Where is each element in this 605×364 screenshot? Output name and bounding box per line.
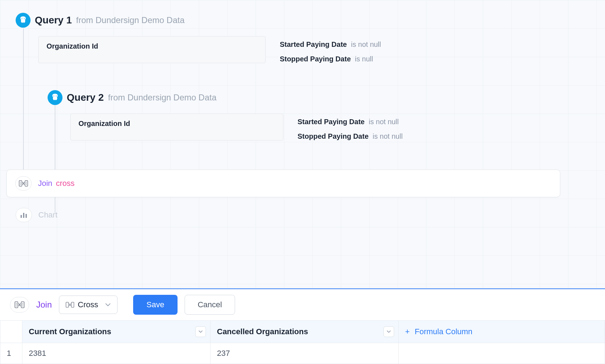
cell-cancelled-orgs: 237: [211, 343, 399, 364]
result-table: Current Organizations Cancelled Organiza…: [0, 320, 605, 364]
chart-step[interactable]: Chart: [16, 208, 58, 222]
svg-rect-24: [71, 302, 74, 307]
svg-rect-13: [23, 213, 24, 218]
toolbar-join-label: Join: [36, 300, 52, 310]
row-number: 1: [0, 343, 22, 364]
query-1-header[interactable]: Query 1 from Dundersign Demo Data: [16, 13, 381, 28]
plus-icon: +: [405, 327, 410, 336]
query-1-condition-2[interactable]: Stopped Paying Date is null: [280, 55, 381, 63]
column-header-2[interactable]: Cancelled Organizations: [211, 321, 399, 343]
cell-current-orgs: 2381: [22, 343, 211, 364]
join-text: Join cross: [38, 179, 75, 188]
chart-label: Chart: [38, 210, 58, 220]
results-toolbar: Join Cross Save Cancel: [0, 289, 605, 320]
svg-rect-12: [21, 215, 22, 218]
query-1-conditions: Started Paying Date is not null Stopped …: [280, 36, 381, 63]
query-2-conditions: Started Paying Date is not null Stopped …: [298, 114, 403, 140]
query-1-condition-1[interactable]: Started Paying Date is not null: [280, 40, 381, 49]
query-2-condition-1[interactable]: Started Paying Date is not null: [298, 118, 403, 126]
query-2-header[interactable]: Query 2 from Dundersign Demo Data: [48, 90, 403, 105]
postgres-icon: [16, 13, 31, 28]
svg-point-2: [54, 96, 54, 96]
cell-formula: [399, 343, 605, 364]
cancel-button[interactable]: Cancel: [185, 295, 235, 315]
join-icon[interactable]: [10, 297, 29, 313]
query-2-title: Query 2: [67, 92, 104, 103]
query-2-field[interactable]: Organization Id: [70, 114, 283, 140]
query-2-condition-2[interactable]: Stopped Paying Date is not null: [298, 132, 403, 140]
chevron-down-icon[interactable]: [195, 326, 206, 337]
join-icon: [15, 176, 32, 191]
rownum-header: [0, 321, 22, 343]
svg-rect-23: [66, 302, 69, 307]
svg-point-1: [24, 18, 24, 19]
query-2-source: from Dundersign Demo Data: [108, 93, 216, 103]
column-header-1[interactable]: Current Organizations: [22, 321, 211, 343]
join-type-dropdown[interactable]: Cross: [59, 296, 118, 314]
query-1-source: from Dundersign Demo Data: [76, 15, 184, 25]
query-1-title: Query 1: [35, 15, 72, 26]
chevron-down-icon[interactable]: [383, 326, 394, 337]
table-row[interactable]: 1 2381 237: [0, 343, 605, 364]
results-panel: Join Cross Save Cancel Curr: [0, 288, 605, 364]
svg-point-0: [22, 18, 22, 19]
query-2-block: Query 2 from Dundersign Demo Data Organi…: [48, 90, 403, 140]
postgres-icon: [48, 90, 62, 105]
query-1-block: Query 1 from Dundersign Demo Data Organi…: [16, 13, 381, 63]
save-button[interactable]: Save: [133, 295, 177, 315]
join-step[interactable]: Join cross: [6, 170, 560, 197]
chevron-down-icon: [105, 303, 111, 307]
svg-rect-14: [26, 214, 27, 218]
svg-point-3: [56, 96, 56, 96]
query-1-field[interactable]: Organization Id: [38, 36, 266, 63]
chart-icon: [16, 208, 32, 222]
add-formula-column[interactable]: + Formula Column: [399, 321, 605, 343]
dropdown-value: Cross: [78, 300, 98, 309]
